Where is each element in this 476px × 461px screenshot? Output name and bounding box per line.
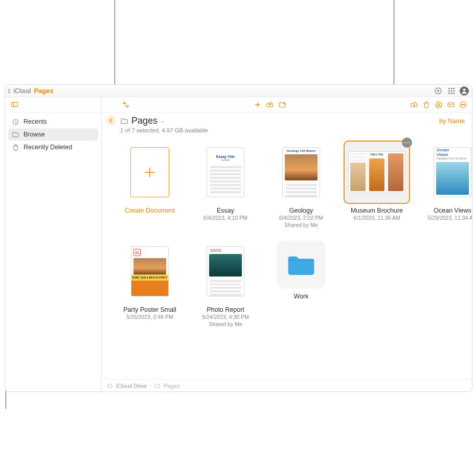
document-tile-essay[interactable]: Essay Title Subtitle Essay 6/4/2023, 4:1… (188, 139, 263, 236)
clock-icon (11, 118, 19, 126)
folder-title-row[interactable]: Pages ⌄ (120, 116, 208, 126)
tile-label: Essay (217, 207, 234, 214)
sort-by-button[interactable]: by Name (439, 116, 466, 125)
breadcrumb-current: Pages (164, 383, 179, 389)
cloud-icon (107, 383, 113, 389)
svg-point-24 (464, 104, 465, 105)
svg-point-6 (453, 90, 455, 91)
sidebar-item-recently-deleted[interactable]: Recently Deleted (5, 141, 101, 153)
svg-point-4 (448, 90, 450, 91)
selection-status: 1 of 7 selected, 4.97 GB available (120, 127, 208, 133)
sidebar-item-recents[interactable]: Recents (5, 116, 101, 128)
tile-meta: 5/25/2023, 2:48 PM (126, 314, 173, 321)
document-thumbnail: OceanViews Highlights From My Month (434, 147, 471, 197)
view-grid-icon[interactable] (106, 100, 118, 109)
tile-subtext: Shared by Me (284, 222, 318, 228)
document-thumbnail: Add a Title (348, 151, 405, 193)
toggle-sidebar-icon[interactable] (9, 100, 19, 110)
content-header: Pages ⌄ 1 of 7 selected, 4.97 GB availab… (102, 112, 472, 133)
breadcrumb-root[interactable]: iCloud Drive (116, 383, 147, 389)
sidebar: Recents Browse Recently Deleted (5, 97, 102, 391)
brand-icloud-label: iCloud (13, 87, 31, 95)
apple-logo-icon:  (8, 87, 10, 95)
tile-label: Ocean Views (434, 207, 471, 214)
account-avatar-icon[interactable] (460, 86, 469, 96)
more-actions-badge-icon[interactable]: ⋯ (402, 137, 412, 148)
sidebar-item-browse[interactable]: Browse (8, 128, 98, 141)
tile-meta: 6/4/2023, 4:10 PM (203, 215, 247, 222)
tile-meta: 6/4/2023, 2:02 PM (279, 215, 323, 222)
document-tile-party-poster[interactable]: 31 SURF, SUN & BEACH PARTY Party Poster … (112, 238, 188, 335)
collaborate-person-icon[interactable] (434, 100, 443, 109)
folder-outline-icon (120, 117, 128, 125)
upload-cloud-icon[interactable] (265, 100, 275, 109)
document-thumbnail: Geology 110 Report (282, 147, 320, 197)
sidebar-item-label: Browse (24, 131, 45, 138)
tile-label: Geology (289, 207, 313, 214)
folder-large-icon (286, 252, 316, 278)
svg-point-3 (453, 88, 455, 89)
tile-label: Work (294, 293, 309, 300)
document-tile-ocean-views[interactable]: OceanViews Highlights From My Month Ocea… (415, 139, 472, 236)
add-plus-circle-icon[interactable] (433, 86, 443, 96)
trash-icon (11, 143, 19, 151)
tile-label: Museum Brochure (351, 207, 403, 214)
document-thumbnail: Essay Title Subtitle (207, 147, 244, 197)
svg-point-8 (451, 93, 452, 94)
sort-arrows-icon[interactable] (121, 100, 130, 109)
folder-small-icon (154, 383, 161, 389)
content-area: Pages ⌄ 1 of 7 selected, 4.97 GB availab… (102, 97, 472, 391)
back-button[interactable] (106, 116, 116, 126)
new-folder-icon[interactable] (278, 100, 287, 109)
document-tile-geology[interactable]: Geology 110 Report Geology 6/4/2023, 2:0… (263, 139, 339, 236)
canvas:  iCloud Pages (0, 0, 476, 461)
svg-point-7 (448, 93, 450, 94)
tile-meta: 5/28/2023, 11:34 AM (428, 215, 472, 222)
share-envelope-icon[interactable] (446, 100, 456, 109)
tile-meta: 5/24/2023, 4:30 PM (202, 314, 249, 321)
content-toolbar (102, 97, 472, 112)
chevron-right-icon: › (150, 383, 151, 388)
folder-icon (11, 130, 19, 139)
title-bar:  iCloud Pages (5, 85, 472, 97)
window-body: Recents Browse Recently Deleted (5, 97, 472, 391)
svg-point-5 (451, 90, 452, 91)
path-block: Pages ⌄ 1 of 7 selected, 4.97 GB availab… (120, 116, 208, 133)
tile-meta: 6/1/2023, 11:36 AM (353, 215, 400, 222)
sidebar-list: Recents Browse Recently Deleted (5, 112, 101, 153)
sidebar-item-label: Recently Deleted (24, 144, 72, 151)
document-tile-museum-brochure[interactable]: Add a Title ⋯ Museum Brochure 6/1/2023, … (339, 139, 415, 236)
folder-tile-work[interactable]: Work (263, 238, 339, 335)
svg-point-2 (451, 88, 452, 89)
brand-app-label: Pages (34, 87, 53, 95)
svg-point-9 (453, 93, 455, 94)
svg-point-22 (462, 104, 463, 105)
breadcrumb: iCloud Drive › Pages (102, 379, 472, 391)
app-launcher-grid-icon[interactable] (446, 86, 457, 96)
document-grid: Create Document Essay Title Subtitle (102, 133, 472, 379)
svg-point-23 (463, 104, 464, 105)
create-document-tile[interactable]: Create Document (112, 139, 188, 236)
download-cloud-icon[interactable] (410, 100, 419, 109)
svg-rect-20 (448, 103, 454, 107)
svg-point-1 (448, 88, 450, 89)
more-ellipsis-circle-icon[interactable] (459, 100, 468, 109)
tile-label: Create Document (125, 207, 175, 214)
app-window:  iCloud Pages (5, 84, 472, 392)
sidebar-toolbar (5, 97, 101, 112)
svg-point-19 (438, 103, 440, 105)
tile-label: Photo Report (207, 306, 244, 313)
chevron-down-icon: ⌄ (161, 118, 165, 124)
delete-trash-icon[interactable] (422, 100, 431, 109)
folder-title: Pages (131, 116, 157, 126)
tile-label: Party Poster Small (123, 306, 176, 313)
svg-rect-11 (11, 102, 17, 107)
tile-subtext: Shared by Me (209, 321, 242, 327)
plus-icon (130, 147, 169, 197)
document-tile-photo-report[interactable]: Photo Report 5/24/2023, 4:30 PM Shared b… (188, 238, 263, 335)
sidebar-item-label: Recents (24, 118, 47, 125)
add-plus-icon[interactable] (253, 100, 262, 109)
document-thumbnail: 31 SURF, SUN & BEACH PARTY (131, 246, 169, 296)
document-thumbnail (207, 246, 244, 296)
svg-point-10 (463, 88, 466, 91)
